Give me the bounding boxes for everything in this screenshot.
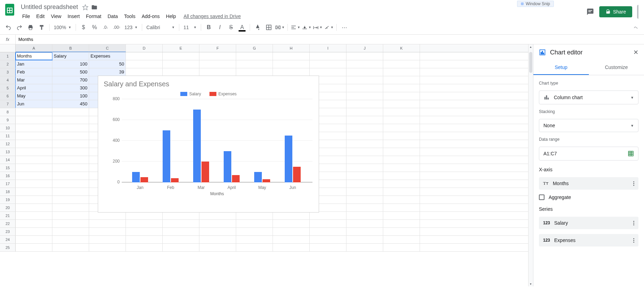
increase-decimal-button[interactable]: .00↑ <box>112 23 122 32</box>
cell[interactable] <box>126 52 163 60</box>
menu-addons[interactable]: Add-ons <box>139 12 162 20</box>
cell[interactable] <box>52 156 89 164</box>
row-header-20[interactable]: 20 <box>0 204 16 211</box>
cell[interactable] <box>163 60 199 68</box>
cell[interactable] <box>273 212 310 219</box>
row-header-8[interactable]: 8 <box>0 108 16 116</box>
row-header-1[interactable]: 1 <box>0 52 16 60</box>
cell[interactable] <box>273 68 310 76</box>
cell[interactable] <box>16 156 52 164</box>
cell[interactable]: 700 <box>52 76 89 84</box>
cell[interactable] <box>310 220 346 227</box>
cell[interactable] <box>126 220 163 227</box>
borders-button[interactable] <box>264 23 274 32</box>
bold-button[interactable]: B <box>204 23 214 32</box>
cell[interactable] <box>199 60 236 68</box>
cell[interactable] <box>383 196 420 204</box>
cell[interactable] <box>16 180 52 188</box>
cell[interactable] <box>310 68 346 76</box>
row-header-4[interactable]: 4 <box>0 76 16 84</box>
cell[interactable] <box>89 212 126 219</box>
cell[interactable] <box>52 244 89 251</box>
comments-icon[interactable] <box>586 8 594 16</box>
cell[interactable] <box>346 84 383 92</box>
cell[interactable]: 39 <box>89 68 126 76</box>
row-header-15[interactable]: 15 <box>0 164 16 172</box>
col-header-I[interactable]: I <box>310 44 346 52</box>
row-header-16[interactable]: 16 <box>0 172 16 180</box>
col-header-F[interactable]: F <box>199 44 236 52</box>
cell[interactable] <box>126 60 163 68</box>
col-header-E[interactable]: E <box>163 44 199 52</box>
strike-button[interactable]: S <box>226 23 236 32</box>
cell[interactable] <box>383 108 420 116</box>
cell[interactable]: Jun <box>16 100 52 108</box>
cell[interactable] <box>310 244 346 251</box>
close-sidebar-button[interactable]: ✕ <box>633 49 638 56</box>
col-header-D[interactable]: D <box>126 44 163 52</box>
cell[interactable] <box>383 220 420 227</box>
cell[interactable] <box>383 188 420 196</box>
series-chip-expenses[interactable]: 123 Expenses <box>539 234 638 247</box>
menu-edit[interactable]: Edit <box>34 12 48 20</box>
cell[interactable] <box>383 180 420 188</box>
cell[interactable] <box>273 220 310 227</box>
cell[interactable] <box>346 124 383 132</box>
cell[interactable] <box>310 228 346 235</box>
row-header-17[interactable]: 17 <box>0 180 16 188</box>
cell[interactable] <box>346 188 383 196</box>
menu-view[interactable]: View <box>48 12 64 20</box>
row-header-19[interactable]: 19 <box>0 196 16 204</box>
series-chip-salary[interactable]: 123 Salary <box>539 217 638 229</box>
cell[interactable] <box>163 212 199 219</box>
tab-customize[interactable]: Customize <box>589 60 644 75</box>
select-all-corner[interactable] <box>0 44 16 52</box>
cell[interactable] <box>163 228 199 235</box>
cell[interactable] <box>383 84 420 92</box>
formula-input[interactable] <box>16 35 644 44</box>
cell[interactable] <box>383 92 420 100</box>
cell[interactable] <box>236 52 273 60</box>
cell[interactable] <box>383 116 420 124</box>
cell[interactable] <box>16 228 52 235</box>
row-header-6[interactable]: 6 <box>0 92 16 100</box>
cell[interactable] <box>126 212 163 219</box>
cell[interactable]: 100 <box>52 60 89 68</box>
currency-button[interactable]: $ <box>79 23 88 32</box>
cell[interactable] <box>346 108 383 116</box>
account-avatar[interactable] <box>637 5 638 19</box>
col-header-J[interactable]: J <box>346 44 383 52</box>
cell[interactable] <box>383 156 420 164</box>
row-header-10[interactable]: 10 <box>0 124 16 132</box>
print-button[interactable] <box>26 23 35 32</box>
series2-more-icon[interactable] <box>633 238 634 243</box>
row-header-7[interactable]: 7 <box>0 100 16 108</box>
cell[interactable] <box>346 164 383 172</box>
data-range-input[interactable]: A1:C7 <box>539 147 638 161</box>
cell[interactable] <box>52 212 89 219</box>
zoom-select[interactable]: 100%▼ <box>52 25 73 30</box>
sheets-logo[interactable] <box>3 3 17 17</box>
cell[interactable]: Feb <box>16 68 52 76</box>
font-select[interactable]: Calibri▼ <box>145 25 176 30</box>
cell[interactable] <box>346 116 383 124</box>
halign-button[interactable]: ▼ <box>291 23 300 32</box>
row-header-18[interactable]: 18 <box>0 188 16 196</box>
cell[interactable] <box>273 228 310 235</box>
menu-help[interactable]: Help <box>163 12 179 20</box>
cell[interactable] <box>163 68 199 76</box>
cell[interactable] <box>52 140 89 148</box>
col-header-K[interactable]: K <box>383 44 420 52</box>
cell[interactable]: 300 <box>52 84 89 92</box>
cell[interactable] <box>346 228 383 235</box>
cell[interactable] <box>16 212 52 219</box>
cell[interactable] <box>52 148 89 156</box>
cell[interactable]: 100 <box>52 92 89 100</box>
cell[interactable] <box>16 244 52 251</box>
cell[interactable] <box>16 148 52 156</box>
chart-type-select[interactable]: Column chart ▼ <box>539 90 638 104</box>
row-header-24[interactable]: 24 <box>0 236 16 243</box>
cell[interactable] <box>126 68 163 76</box>
cell[interactable] <box>383 244 420 251</box>
cell[interactable] <box>346 212 383 219</box>
